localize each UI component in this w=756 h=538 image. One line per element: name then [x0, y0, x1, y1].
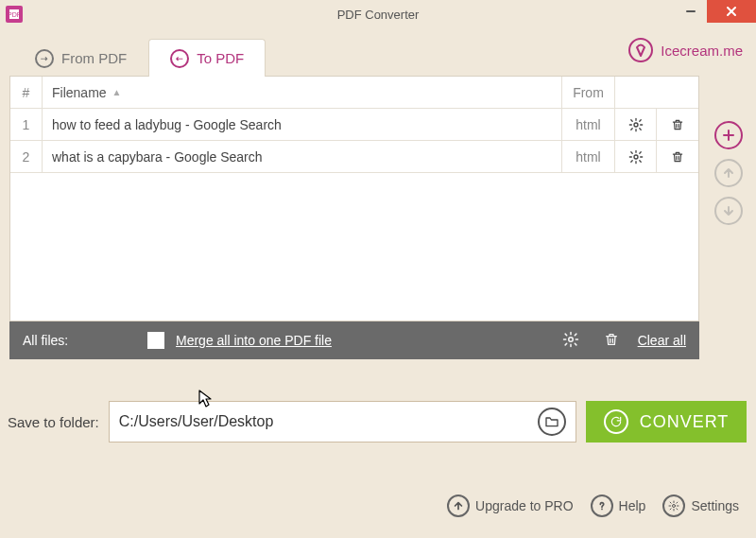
- save-to-label: Save to folder:: [8, 414, 99, 430]
- side-buttons: [714, 121, 743, 225]
- browse-folder-button[interactable]: [538, 408, 566, 436]
- help-icon: [591, 495, 613, 517]
- mouse-cursor-icon: [198, 390, 214, 408]
- tabs: ⇢ From PDF ⇠ To PDF Icecream.me: [0, 28, 756, 76]
- col-settings: [615, 77, 657, 108]
- table-empty-area: [10, 173, 698, 321]
- tab-label: To PDF: [197, 50, 244, 66]
- app-icon: PDF: [6, 6, 23, 23]
- row-from: html: [562, 141, 615, 172]
- icecream-icon: [628, 38, 653, 62]
- settings-icon: [662, 495, 685, 517]
- move-down-button[interactable]: [714, 197, 743, 225]
- convert-icon: [604, 409, 628, 434]
- upgrade-icon: [447, 495, 470, 517]
- brand-link[interactable]: Icecream.me: [628, 38, 743, 62]
- all-files-label: All files:: [23, 333, 136, 348]
- window-controls: [675, 0, 756, 23]
- row-delete-button[interactable]: [657, 109, 698, 140]
- row-filename: how to feed a ladybug - Google Search: [43, 109, 562, 140]
- row-from: html: [562, 109, 615, 140]
- row-index: 1: [10, 109, 43, 140]
- minimize-button[interactable]: [675, 0, 707, 23]
- col-filename[interactable]: Filename ▲: [43, 77, 562, 108]
- svg-text:PDF: PDF: [9, 11, 20, 18]
- delete-all-icon[interactable]: [604, 331, 619, 351]
- window-title: PDF Converter: [337, 8, 420, 22]
- from-pdf-icon: ⇢: [35, 49, 54, 68]
- col-delete: [657, 77, 698, 108]
- svg-point-6: [634, 155, 638, 159]
- tab-to-pdf[interactable]: ⇠ To PDF: [148, 39, 266, 77]
- titlebar: PDF PDF Converter: [0, 0, 756, 28]
- sort-asc-icon: ▲: [112, 87, 122, 97]
- table-row[interactable]: 1how to feed a ladybug - Google Searchht…: [10, 109, 698, 141]
- convert-label: CONVERT: [640, 412, 730, 432]
- bottom-links: Upgrade to PRO Help Settings: [447, 495, 739, 517]
- file-list-footer: All files: Merge all into one PDF file C…: [9, 321, 699, 359]
- save-row: Save to folder: CONVERT: [8, 401, 747, 443]
- svg-point-10: [673, 505, 676, 508]
- settings-all-icon[interactable]: [562, 331, 579, 351]
- row-delete-button[interactable]: [657, 141, 698, 172]
- merge-label[interactable]: Merge all into one PDF file: [176, 333, 332, 348]
- col-from[interactable]: From: [562, 77, 615, 108]
- close-button[interactable]: [707, 0, 756, 23]
- upgrade-link[interactable]: Upgrade to PRO: [447, 495, 574, 517]
- add-file-button[interactable]: [714, 121, 743, 149]
- col-index[interactable]: #: [10, 77, 43, 108]
- convert-button[interactable]: CONVERT: [586, 401, 747, 443]
- table-row[interactable]: 2what is a capybara - Google Searchhtml: [10, 141, 698, 173]
- move-up-button[interactable]: [714, 159, 743, 187]
- save-path-box: [109, 401, 576, 443]
- row-settings-button[interactable]: [615, 109, 657, 140]
- tab-label: From PDF: [61, 50, 127, 66]
- save-path-input[interactable]: [119, 413, 530, 430]
- row-index: 2: [10, 141, 43, 172]
- brand-label: Icecream.me: [661, 43, 743, 59]
- file-list: # Filename ▲ From 1how to feed a ladybug…: [9, 76, 699, 359]
- settings-link[interactable]: Settings: [662, 495, 739, 517]
- merge-checkbox[interactable]: [147, 332, 164, 349]
- svg-point-5: [634, 123, 638, 127]
- svg-point-7: [568, 337, 573, 341]
- row-filename: what is a capybara - Google Search: [43, 141, 562, 172]
- help-link[interactable]: Help: [591, 495, 646, 517]
- clear-all-link[interactable]: Clear all: [638, 333, 686, 348]
- tab-from-pdf[interactable]: ⇢ From PDF: [13, 39, 148, 77]
- table-header: # Filename ▲ From: [10, 77, 698, 109]
- row-settings-button[interactable]: [615, 141, 657, 172]
- to-pdf-icon: ⇠: [170, 49, 189, 68]
